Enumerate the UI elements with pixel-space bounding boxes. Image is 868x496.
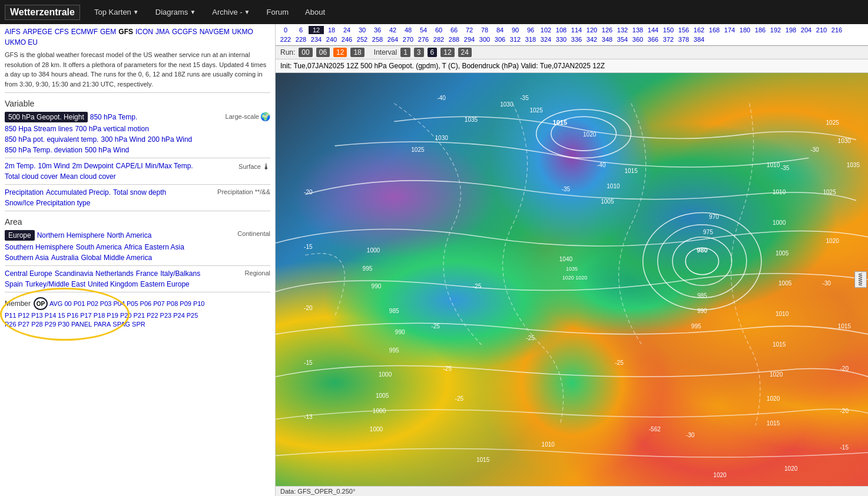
var-200hpa-wind[interactable]: 200 hPa Wind — [148, 135, 192, 144]
time-cell-246[interactable]: 246 — [339, 35, 355, 44]
var-850hpa-equiv[interactable]: 850 hPa pot. equivalent temp. — [5, 135, 98, 144]
var-snow-depth[interactable]: Total snow depth — [113, 188, 166, 197]
time-cell-144[interactable]: 144 — [645, 26, 661, 34]
time-cell-18[interactable]: 18 — [324, 26, 339, 34]
area-northern-hemi[interactable]: Northern Hemisphere — [37, 231, 105, 239]
area-southern-hemi[interactable]: Southern Hemisphere — [5, 243, 74, 251]
time-cell-66[interactable]: 66 — [446, 26, 462, 34]
time-cell-330[interactable]: 330 — [554, 35, 569, 44]
time-cell-78[interactable]: 78 — [477, 26, 492, 34]
member-p22[interactable]: P22 — [147, 312, 158, 319]
time-cell-360[interactable]: 360 — [630, 35, 645, 44]
time-cell-162[interactable]: 162 — [691, 26, 707, 34]
time-cell-30[interactable]: 30 — [355, 26, 370, 34]
member-p27[interactable]: P27 — [18, 321, 30, 328]
var-850hpa-stream[interactable]: 850 Hpa Stream lines — [5, 125, 72, 133]
member-15[interactable]: 15 — [58, 312, 65, 319]
time-cell-228[interactable]: 228 — [293, 35, 309, 44]
var-minmax-temp[interactable]: Min/Max Temp. — [145, 162, 193, 170]
member-00[interactable]: 00 — [64, 300, 71, 307]
area-australia[interactable]: Australia — [51, 254, 79, 262]
var-500hpa-wind[interactable]: 500 hPa Wind — [85, 146, 129, 154]
member-p23[interactable]: P23 — [160, 312, 172, 319]
member-p16[interactable]: P16 — [67, 312, 79, 319]
time-cell-216[interactable]: 216 — [829, 26, 844, 34]
var-2m-temp[interactable]: 2m Temp. — [5, 162, 35, 170]
time-cell-156[interactable]: 156 — [676, 26, 691, 34]
time-cell-84[interactable]: 84 — [492, 26, 508, 34]
nav-archive[interactable]: Archive - ▼ — [205, 4, 257, 20]
var-precip-type[interactable]: Precipitation type — [36, 199, 90, 207]
var-850hpa-temp[interactable]: 850 hPa Temp. — [90, 113, 138, 121]
time-cell-324[interactable]: 324 — [538, 35, 554, 44]
time-cell-48[interactable]: 48 — [400, 26, 416, 34]
member-p18[interactable]: P18 — [94, 312, 105, 319]
time-cell-288[interactable]: 288 — [446, 35, 462, 44]
time-cell-210[interactable]: 210 — [814, 26, 829, 34]
member-p10[interactable]: P10 — [193, 300, 205, 307]
time-cell-24[interactable]: 24 — [339, 26, 355, 34]
model-cfs[interactable]: CFS — [55, 28, 69, 36]
area-north-america[interactable]: North America — [107, 231, 151, 239]
var-10m-wind[interactable]: 10m Wind — [38, 162, 69, 170]
model-gcgfs[interactable]: GCGFS — [172, 28, 197, 36]
time-cell-270[interactable]: 270 — [400, 35, 416, 44]
time-cell-6[interactable]: 6 — [293, 26, 309, 34]
area-middle-america[interactable]: Middle America — [104, 254, 152, 262]
model-gem[interactable]: GEM — [100, 28, 116, 36]
member-p05[interactable]: P05 — [127, 300, 138, 307]
time-cell-252[interactable]: 252 — [355, 35, 370, 44]
area-africa[interactable]: Africa — [124, 243, 143, 251]
time-cell-120[interactable]: 120 — [584, 26, 599, 34]
run-06[interactable]: 06 — [316, 48, 330, 57]
time-cell-312[interactable]: 312 — [508, 35, 523, 44]
time-cell-132[interactable]: 132 — [615, 26, 630, 34]
member-p02[interactable]: P02 — [87, 300, 98, 307]
member-p19[interactable]: P19 — [107, 312, 118, 319]
time-cell-168[interactable]: 168 — [707, 26, 722, 34]
model-aifs[interactable]: AIFS — [5, 28, 21, 36]
var-accum-precip[interactable]: Accumulated Precip. — [46, 188, 111, 197]
nav-about[interactable]: About — [298, 4, 332, 20]
interval-24[interactable]: 24 — [458, 48, 472, 57]
time-cell-126[interactable]: 126 — [599, 26, 615, 34]
model-ecmwf[interactable]: ECMWF — [71, 28, 98, 36]
area-southern-asia[interactable]: Southern Asia — [5, 254, 49, 262]
time-cell-258[interactable]: 258 — [370, 35, 385, 44]
time-cell-138[interactable]: 138 — [630, 26, 645, 34]
var-cape[interactable]: CAPE/LI — [116, 162, 143, 170]
time-cell-336[interactable]: 336 — [569, 35, 584, 44]
member-p12[interactable]: P12 — [18, 312, 30, 319]
time-cell-192[interactable]: 192 — [768, 26, 783, 34]
nav-forum[interactable]: Forum — [259, 4, 296, 20]
member-p26[interactable]: P26 — [5, 321, 16, 328]
model-ukmo[interactable]: UKMO — [232, 28, 253, 36]
member-p07[interactable]: P07 — [153, 300, 165, 307]
area-global[interactable]: Global — [81, 254, 101, 262]
time-cell-198[interactable]: 198 — [783, 26, 799, 34]
time-cell-54[interactable]: 54 — [416, 26, 431, 34]
area-europe[interactable]: Europe — [5, 230, 35, 241]
time-cell-36[interactable]: 36 — [370, 26, 385, 34]
area-central-europe[interactable]: Central Europe — [5, 269, 52, 278]
member-p29[interactable]: P29 — [45, 321, 57, 328]
time-cell-114[interactable]: 114 — [569, 26, 584, 34]
member-p24[interactable]: P24 — [173, 312, 185, 319]
www-button[interactable]: www — [854, 271, 867, 288]
member-p13[interactable]: P13 — [31, 312, 43, 319]
time-cell-294[interactable]: 294 — [462, 35, 477, 44]
time-cell-96[interactable]: 96 — [523, 26, 538, 34]
model-arpege[interactable]: ARPEGE — [23, 28, 52, 36]
time-cell-372[interactable]: 372 — [661, 35, 676, 44]
time-cell-174[interactable]: 174 — [722, 26, 737, 34]
var-mean-cloud[interactable]: Mean cloud cover — [60, 172, 116, 181]
member-para[interactable]: PARA — [94, 321, 111, 328]
time-cell-102[interactable]: 102 — [538, 26, 554, 34]
time-cell-12[interactable]: 12 — [309, 26, 324, 34]
time-cell-366[interactable]: 366 — [645, 35, 661, 44]
member-op[interactable]: OP — [34, 297, 48, 310]
var-total-cloud[interactable]: Total cloud cover — [5, 172, 58, 181]
run-12[interactable]: 12 — [333, 48, 347, 57]
member-p14[interactable]: P14 — [45, 312, 57, 319]
time-cell-234[interactable]: 234 — [309, 35, 324, 44]
